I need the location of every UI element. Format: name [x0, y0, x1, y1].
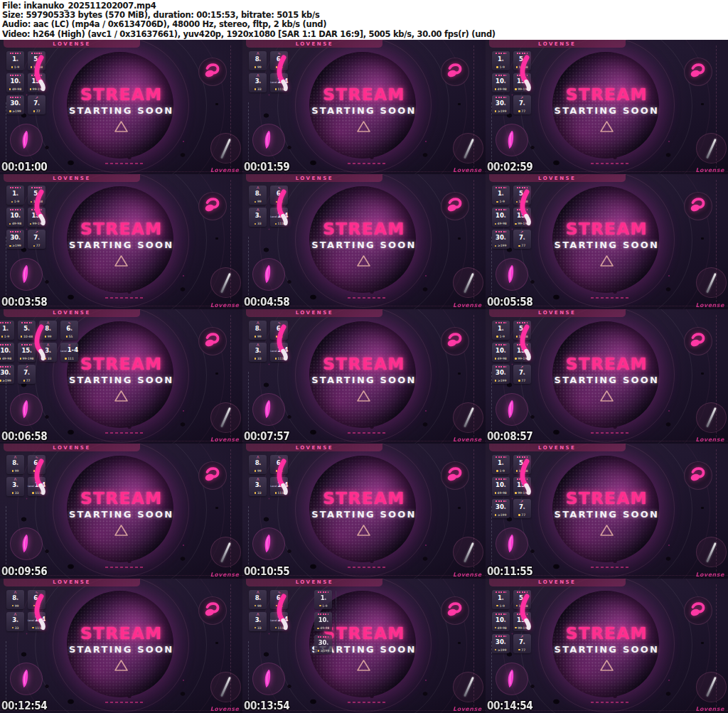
video-thumbnail: STREAM STARTING SOON LOVENSE 1s1-95s10-4… — [486, 309, 728, 444]
tile-duration-value: 8s — [255, 56, 261, 63]
token-range-text: 55 — [279, 469, 283, 473]
tile-token-range: ≥199 — [495, 513, 506, 517]
tile-token-range: 99 — [255, 65, 262, 69]
token-range-text: 77 — [521, 648, 525, 652]
lush-toy-badge — [441, 327, 469, 355]
lush-toy-badge — [684, 327, 712, 355]
tile-duration-value: 5s — [519, 595, 525, 602]
tip-menu-strip — [72, 186, 94, 250]
tip-menu-tile: ×Level1-4111 — [28, 477, 46, 496]
token-range-text: 99-198 — [518, 491, 529, 495]
tile-token-range: 55 — [276, 200, 283, 203]
level-dashes-icon — [21, 322, 32, 323]
lovense-topbar: LOVENSE — [4, 174, 140, 182]
token-dot-icon — [516, 201, 518, 203]
level-dashes-icon — [496, 456, 506, 458]
play-triangle-icon — [599, 390, 614, 402]
tip-menu-tile: ∿6s55 — [270, 321, 288, 340]
timestamp-label: 00:12:54 — [1, 699, 47, 712]
pulse-icon: Λ — [257, 591, 259, 593]
tip-menu-panel: 1s1-95s10-4810s49-9815s99-19830s≥199↗7s7… — [492, 321, 531, 384]
token-dot-icon — [275, 492, 277, 494]
tip-menu-tile: Λ8s99 — [249, 455, 267, 474]
lush-toy-badge — [441, 192, 469, 220]
token-dot-icon — [31, 66, 33, 68]
tile-duration-value: 1s — [12, 191, 18, 198]
token-range-text: 1-9 — [499, 604, 504, 608]
pulse-icon: Λ — [14, 478, 16, 480]
lovense-topbar: LOVENSE — [246, 444, 382, 451]
play-triangle-icon — [114, 254, 129, 267]
tile-token-range: 77 — [33, 244, 41, 247]
play-triangle-icon — [356, 120, 371, 133]
tip-menu-tile: ×Level1-4111 — [270, 73, 288, 92]
tile-duration-value: 3s — [12, 617, 18, 624]
tile-token-range: 33 — [12, 491, 19, 495]
lovense-watermark: Lovense — [695, 436, 724, 443]
tip-menu-tile: 30s≥199 — [314, 635, 332, 654]
token-range-text: 1-9 — [4, 335, 9, 338]
cross-icon: × — [278, 344, 281, 345]
token-dot-icon — [275, 88, 277, 90]
tip-menu-tile: ∿6s55 — [270, 51, 288, 70]
lush-toy-badge — [198, 596, 227, 625]
lovense-topbar-label: LOVENSE — [296, 41, 333, 47]
lovense-topbar-label: LOVENSE — [296, 579, 333, 585]
tile-token-range: 10-48 — [516, 65, 528, 69]
tile-duration-value: 1s — [498, 56, 503, 63]
tile-duration-value: 15s — [517, 617, 527, 624]
token-range-text: 99 — [15, 469, 19, 473]
tile-token-range: 99 — [255, 200, 262, 203]
token-dot-icon — [33, 245, 36, 247]
video-thumbnail: STREAM STARTING SOON LOVENSE Λ8s99∿6s55Λ… — [242, 579, 485, 713]
lovense-topbar: LOVENSE — [4, 579, 140, 586]
tile-token-range: 10-48 — [516, 200, 528, 203]
tip-menu-tile: 15s99-198 — [513, 208, 531, 227]
token-range-text: 99 — [257, 335, 262, 338]
dashed-line — [348, 567, 386, 568]
tile-duration-value: 10s — [10, 213, 20, 220]
lovense-watermark: Lovense — [453, 572, 482, 578]
tip-menu-tile: ×Level1-4111 — [270, 343, 288, 362]
tile-token-range: 1-9 — [1, 335, 9, 338]
token-range-text: 77 — [36, 109, 41, 113]
starting-soon-subtitle: STARTING SOON — [0, 644, 242, 655]
level-dashes-icon — [517, 187, 528, 188]
pen-toy-badge — [696, 133, 727, 163]
tile-token-range: 111 — [32, 491, 41, 495]
token-dot-icon — [515, 492, 517, 494]
lovense-watermark: Lovense — [210, 302, 240, 309]
lovense-watermark: Lovense — [695, 706, 724, 712]
level-dashes-icon — [496, 636, 506, 637]
lovense-watermark: Lovense — [210, 167, 240, 173]
left-hud-line — [6, 506, 6, 572]
pen-toy-badge — [696, 267, 727, 298]
tile-duration-value: 3s — [45, 348, 50, 355]
token-dot-icon — [45, 336, 47, 338]
tile-token-range: 99-198 — [515, 491, 529, 495]
tip-menu-tile: ×Level1-4111 — [270, 208, 288, 227]
tip-menu-tile: Λ8s99 — [249, 321, 267, 340]
tile-duration-value: 1s — [498, 460, 503, 467]
token-dot-icon — [495, 492, 497, 494]
lovense-watermark: Lovense — [210, 706, 240, 712]
wand-toy-badge — [10, 124, 43, 156]
lovense-topbar-label: LOVENSE — [53, 579, 90, 585]
tile-duration-value: 15s — [517, 348, 527, 355]
tip-menu-panel: Λ8s99∿6s55Λ3s33×Level1-4111 — [249, 455, 288, 496]
pulse-icon: Λ — [47, 322, 49, 323]
token-range-text: 99 — [257, 469, 262, 473]
tip-menu-tile: ↗7s77 — [513, 499, 531, 518]
tile-token-range: 1-9 — [496, 65, 504, 69]
tile-token-range: 99-198 — [515, 222, 529, 225]
token-range-text: 33 — [257, 357, 262, 360]
right-hud-line — [716, 449, 717, 572]
tip-menu-strip — [314, 321, 336, 385]
wand-toy-badge — [252, 663, 285, 695]
token-range-text: 111 — [278, 87, 284, 91]
timestamp-label: 00:14:54 — [487, 699, 532, 712]
tile-token-range: 49-98 — [495, 357, 507, 360]
lush-toy-badge — [198, 192, 227, 220]
pulse-icon: Λ — [47, 344, 49, 345]
tile-token-range: 99 — [12, 469, 19, 473]
